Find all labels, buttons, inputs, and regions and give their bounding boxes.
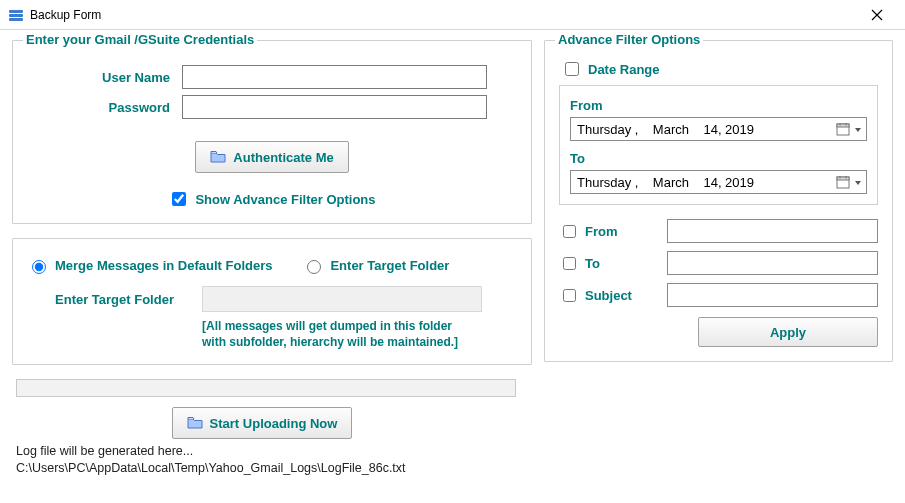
calendar-icon xyxy=(836,122,850,136)
chevron-down-icon xyxy=(854,175,862,190)
folder-icon xyxy=(210,150,226,164)
svg-rect-4 xyxy=(837,124,849,127)
target-folder-input xyxy=(202,286,482,312)
authenticate-button-label: Authenticate Me xyxy=(233,150,333,165)
close-button[interactable] xyxy=(857,1,897,29)
filter-from-input[interactable] xyxy=(667,219,878,243)
filter-subject-label: Subject xyxy=(585,288,632,303)
close-icon xyxy=(871,9,883,21)
chevron-down-icon xyxy=(854,122,862,137)
filter-from-label: From xyxy=(585,224,618,239)
folder-group: Merge Messages in Default Folders Enter … xyxy=(12,238,532,365)
apply-button-label: Apply xyxy=(770,325,806,340)
merge-radio-label: Merge Messages in Default Folders xyxy=(55,258,272,273)
svg-rect-0 xyxy=(9,10,23,13)
app-icon xyxy=(8,7,24,23)
merge-radio[interactable] xyxy=(32,260,46,274)
filter-subject-checkbox[interactable] xyxy=(563,289,576,302)
apply-button[interactable]: Apply xyxy=(698,317,878,347)
target-radio[interactable] xyxy=(307,260,321,274)
filter-to-input[interactable] xyxy=(667,251,878,275)
filter-to-label: To xyxy=(585,256,600,271)
date-range-checkbox[interactable] xyxy=(565,62,579,76)
titlebar: Backup Form xyxy=(0,0,905,30)
advance-group: Advance Filter Options Date Range From T… xyxy=(544,40,893,362)
date-range-label: Date Range xyxy=(588,62,660,77)
upload-button-label: Start Uploading Now xyxy=(210,416,338,431)
filter-subject-input[interactable] xyxy=(667,283,878,307)
credentials-legend: Enter your Gmail /GSuite Credentials xyxy=(23,32,257,47)
username-label: User Name xyxy=(27,70,182,85)
show-advance-checkbox-row[interactable]: Show Advance Filter Options xyxy=(168,189,375,209)
target-folder-hint: [All messages will get dumped in this fo… xyxy=(27,318,517,350)
target-radio-row[interactable]: Enter Target Folder xyxy=(302,257,449,274)
filter-from-checkbox[interactable] xyxy=(563,225,576,238)
date-range-block: From Thursday , March 14, 2019 To Thursd… xyxy=(559,85,878,205)
svg-rect-1 xyxy=(9,14,23,17)
target-folder-label: Enter Target Folder xyxy=(27,292,202,307)
date-from-value: Thursday , March 14, 2019 xyxy=(575,122,836,137)
date-to-value: Thursday , March 14, 2019 xyxy=(575,175,836,190)
upload-button[interactable]: Start Uploading Now xyxy=(172,407,353,439)
target-radio-label: Enter Target Folder xyxy=(330,258,449,273)
calendar-icon xyxy=(836,175,850,189)
show-advance-checkbox[interactable] xyxy=(172,192,186,206)
username-input[interactable] xyxy=(182,65,487,89)
svg-rect-2 xyxy=(9,18,23,21)
advance-legend: Advance Filter Options xyxy=(555,32,703,47)
progress-bar xyxy=(16,379,516,397)
folder-icon xyxy=(187,416,203,430)
password-input[interactable] xyxy=(182,95,487,119)
merge-radio-row[interactable]: Merge Messages in Default Folders xyxy=(27,257,272,274)
date-to-label: To xyxy=(570,151,867,166)
window-title: Backup Form xyxy=(30,8,101,22)
log-path-text: Log file will be generated here... C:\Us… xyxy=(12,439,532,477)
credentials-group: Enter your Gmail /GSuite Credentials Use… xyxy=(12,40,532,224)
date-from-picker[interactable]: Thursday , March 14, 2019 xyxy=(570,117,867,141)
date-from-label: From xyxy=(570,98,867,113)
date-range-checkbox-row[interactable]: Date Range xyxy=(561,59,660,79)
filter-to-checkbox[interactable] xyxy=(563,257,576,270)
date-to-picker[interactable]: Thursday , March 14, 2019 xyxy=(570,170,867,194)
svg-rect-8 xyxy=(837,177,849,180)
authenticate-button[interactable]: Authenticate Me xyxy=(195,141,348,173)
show-advance-label: Show Advance Filter Options xyxy=(195,192,375,207)
password-label: Password xyxy=(27,100,182,115)
